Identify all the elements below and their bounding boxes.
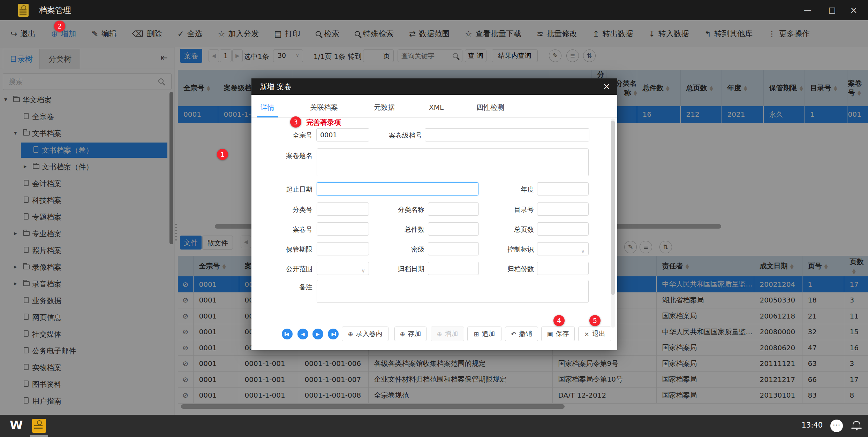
- modal-tab-元数据[interactable]: 元数据: [370, 95, 398, 117]
- field-input-案卷级档号[interactable]: [425, 128, 589, 141]
- add-icon: ⊕: [348, 330, 353, 338]
- notifications-icon[interactable]: [853, 421, 860, 428]
- field-input-目录号[interactable]: [537, 202, 589, 216]
- button-label: 退出: [592, 329, 605, 338]
- field-label-控制标识: 控制标识: [475, 245, 534, 254]
- field-label-年度: 年度: [475, 185, 534, 194]
- field-input-全宗号[interactable]: 0001: [316, 128, 369, 141]
- modal-undo-button[interactable]: ↶撤销: [505, 327, 538, 341]
- modal-title: 新增 案卷: [260, 82, 292, 92]
- field-input-分类号[interactable]: [317, 202, 369, 216]
- taskbar: W 13:40 ···: [0, 415, 868, 437]
- field-label-起止日期: 起止日期: [253, 185, 312, 194]
- field-label-归档日期: 归档日期: [365, 264, 424, 274]
- field-label-案卷级档号: 案卷级档号: [363, 131, 422, 140]
- field-label-归档份数: 归档份数: [475, 264, 534, 274]
- field-input-归档日期[interactable]: [428, 262, 479, 275]
- modal-save-button[interactable]: ▣保存: [541, 327, 575, 341]
- step-badge-4: 4: [553, 315, 565, 326]
- save-add-icon: ⊕: [400, 330, 405, 338]
- field-input-年度[interactable]: [537, 182, 589, 196]
- field-input-保管期限[interactable]: [317, 242, 369, 255]
- field-input-总页数[interactable]: [537, 222, 589, 236]
- step-badge-3: 3: [290, 116, 301, 128]
- taskbar-app-icon[interactable]: [32, 419, 46, 433]
- button-label: 追加: [482, 329, 495, 338]
- chevron-down-icon: ∨: [581, 245, 585, 258]
- messages-icon[interactable]: ···: [830, 420, 843, 432]
- modal-add-button: ⊕增加: [431, 327, 464, 341]
- arrow-icon: ◀: [286, 331, 289, 337]
- arrow-icon: ◀: [301, 331, 305, 337]
- exit-icon: ×: [584, 330, 589, 338]
- field-select-控制标识[interactable]: ∨: [537, 242, 589, 255]
- window-title: 档案管理: [39, 5, 71, 16]
- app-logo-icon: [18, 4, 29, 17]
- field-label-分类名称: 分类名称: [365, 205, 424, 214]
- field-label-总页数: 总页数: [475, 225, 534, 234]
- field-label-分类号: 分类号: [253, 205, 312, 214]
- field-input-密级[interactable]: [428, 242, 479, 255]
- button-label: 录入卷内: [356, 329, 383, 338]
- modal-tab-四性检测[interactable]: 四性检测: [473, 95, 508, 117]
- field-label-案卷题名: 案卷题名: [253, 151, 312, 160]
- modal-append-button[interactable]: ⊞追加: [467, 327, 501, 341]
- modal-tab-详情[interactable]: 详情: [257, 95, 278, 117]
- modal-tab-关联档案[interactable]: 关联档案: [307, 95, 341, 117]
- modal-tab-XML[interactable]: XML: [425, 95, 447, 117]
- modal-save-add-button[interactable]: ⊕存加: [394, 327, 427, 341]
- modal-tabbar: 详情关联档案元数据XML四性检测: [251, 95, 617, 118]
- button-label: 撤销: [519, 329, 532, 338]
- modal-scrollbar[interactable]: [611, 118, 615, 328]
- field-input-案卷号[interactable]: [317, 222, 369, 236]
- button-label: 保存: [556, 329, 569, 338]
- field-input-起止日期[interactable]: [317, 182, 478, 196]
- prev-record-button[interactable]: ◀: [297, 329, 308, 339]
- save-icon: ▣: [547, 330, 553, 338]
- modal-close-icon[interactable]: ×: [603, 81, 610, 91]
- field-label-总件数: 总件数: [365, 225, 424, 234]
- modal-add-button[interactable]: ⊕录入卷内: [342, 327, 388, 341]
- field-select-公开范围[interactable]: ∨: [317, 262, 369, 275]
- field-label-公开范围: 公开范围: [253, 264, 312, 274]
- field-input-案卷题名[interactable]: [317, 148, 589, 176]
- modal-header: 新增 案卷 ×: [251, 78, 617, 95]
- arrow-icon: ▶: [332, 331, 335, 337]
- active-app-indicator: [30, 435, 48, 437]
- next-record-button[interactable]: ▶: [312, 329, 323, 339]
- field-label-案卷号: 案卷号: [253, 225, 312, 234]
- field-input-总件数[interactable]: [428, 222, 479, 236]
- screen: 档案管理 — □ × ↪退出⊕增加✎编辑⌫删除✓全选☆加入分发▤打印检索特殊检索…: [0, 0, 868, 437]
- os-logo[interactable]: W: [10, 418, 22, 432]
- append-icon: ⊞: [474, 330, 479, 338]
- last-record-button[interactable]: ▶: [328, 329, 339, 339]
- field-label-目录号: 目录号: [475, 205, 534, 214]
- minimize-button[interactable]: —: [800, 5, 816, 15]
- field-input-归档份数[interactable]: [537, 262, 589, 275]
- field-label-密级: 密级: [365, 245, 424, 254]
- chevron-down-icon: ∨: [361, 264, 365, 277]
- step-badge-5: 5: [589, 315, 601, 326]
- field-label-全宗号: 全宗号: [253, 131, 312, 140]
- new-volume-modal: 新增 案卷 × 详情关联档案元数据XML四性检测 完善著录项 全宗号0001案卷…: [251, 78, 617, 350]
- completion-hint: 完善著录项: [306, 118, 341, 127]
- button-label: 存加: [408, 329, 421, 338]
- add-icon: ⊕: [437, 330, 442, 338]
- field-label-备注: 备注: [253, 283, 312, 292]
- field-label-保管期限: 保管期限: [253, 245, 312, 254]
- arrow-icon: ▶: [316, 331, 320, 337]
- undo-icon: ↶: [511, 330, 516, 338]
- field-input-备注[interactable]: [317, 280, 589, 303]
- maximize-button[interactable]: □: [824, 5, 840, 15]
- modal-exit-button[interactable]: ×退出: [578, 327, 611, 341]
- titlebar: 档案管理 — □ ×: [0, 0, 868, 20]
- step-badge-1: 1: [217, 149, 228, 160]
- field-input-分类名称[interactable]: [428, 202, 479, 216]
- step-badge-2: 2: [54, 21, 65, 32]
- first-record-button[interactable]: ◀: [282, 329, 293, 339]
- close-button[interactable]: ×: [846, 5, 862, 15]
- clock: 13:40: [801, 421, 823, 429]
- button-label: 增加: [445, 329, 458, 338]
